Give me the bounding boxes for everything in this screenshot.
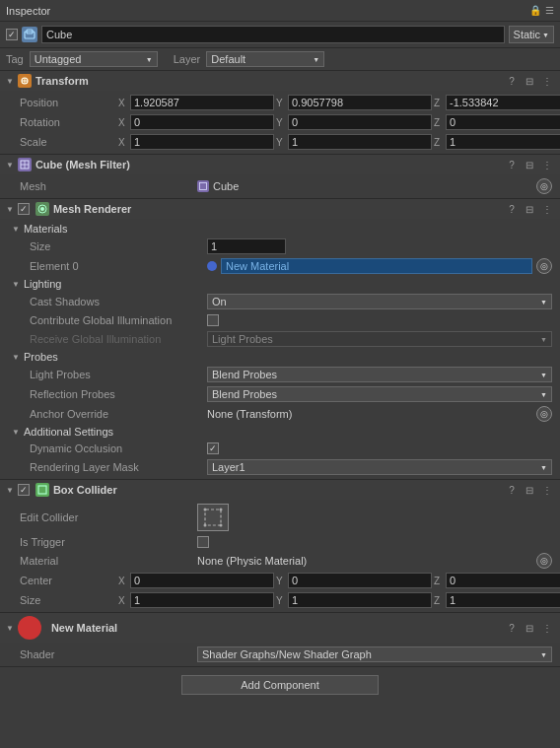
- scale-y-input[interactable]: [288, 134, 432, 150]
- collider-size-x[interactable]: [130, 592, 274, 608]
- cast-shadows-dropdown[interactable]: On ▼: [207, 294, 552, 309]
- menu-icon[interactable]: ☰: [545, 5, 554, 16]
- receive-gi-dropdown[interactable]: Light Probes ▼: [207, 331, 552, 347]
- mesh-renderer-icon: [35, 202, 49, 216]
- box-collider-header[interactable]: ▼ ✓ Box Collider ? ⊟ ⋮: [0, 480, 560, 500]
- contribute-gi-checkbox[interactable]: [207, 314, 219, 326]
- additional-settings-fold[interactable]: ▼ Additional Settings: [0, 424, 560, 440]
- mesh-filter-overflow[interactable]: ⋮: [540, 158, 554, 171]
- mesh-renderer-body: ▼ Materials Size Element 0 New Material …: [0, 219, 560, 479]
- object-icon: [22, 27, 37, 42]
- svg-rect-8: [200, 183, 207, 190]
- mesh-filter-header[interactable]: ▼ Cube (Mesh Filter) ? ⊟ ⋮: [0, 155, 560, 174]
- tag-dropdown-arrow: ▼: [146, 56, 153, 63]
- element0-row: Element 0 New Material ◎: [0, 256, 560, 276]
- position-z-input[interactable]: [446, 95, 560, 110]
- new-material-settings[interactable]: ⊟: [523, 621, 536, 635]
- mesh-renderer-header[interactable]: ▼ ✓ Mesh Renderer ? ⊟ ⋮: [0, 199, 560, 219]
- mesh-label: Mesh: [20, 180, 197, 192]
- position-y-input[interactable]: [288, 95, 432, 110]
- title-bar: Inspector 🔒 ☰: [0, 0, 560, 22]
- size-row: Size: [0, 237, 560, 256]
- contribute-gi-row: Contribute Global Illumination: [0, 311, 560, 329]
- rendering-layer-mask-label: Rendering Layer Mask: [30, 461, 207, 473]
- static-button[interactable]: Static ▼: [509, 26, 554, 43]
- mesh-filter-help[interactable]: ?: [505, 158, 519, 171]
- lighting-section-fold[interactable]: ▼ Lighting: [0, 276, 560, 292]
- mesh-renderer-enabled[interactable]: ✓: [18, 203, 30, 215]
- scale-x-axis: X: [118, 137, 128, 148]
- mesh-select-btn[interactable]: ◎: [536, 178, 552, 194]
- layer-dropdown[interactable]: Default ▼: [206, 51, 324, 67]
- collider-center-z[interactable]: [446, 573, 560, 588]
- collider-material-btn[interactable]: ◎: [536, 553, 552, 569]
- svg-rect-11: [38, 486, 46, 494]
- new-material-help[interactable]: ?: [505, 621, 519, 635]
- transform-body: Position X Y Z: [0, 91, 560, 154]
- is-trigger-checkbox[interactable]: [197, 536, 209, 548]
- box-collider-settings[interactable]: ⊟: [523, 483, 536, 497]
- collider-material-value: None (Physic Material): [197, 555, 532, 567]
- collider-size-label: Size: [20, 594, 118, 606]
- rendering-layer-mask-dropdown[interactable]: Layer1 ▼: [207, 459, 552, 475]
- object-name-input[interactable]: [41, 26, 505, 43]
- light-probes-dropdown[interactable]: Blend Probes ▼: [207, 367, 552, 382]
- rotation-x-input[interactable]: [130, 114, 274, 130]
- box-collider-enabled[interactable]: ✓: [18, 484, 30, 496]
- rotation-y-input[interactable]: [288, 114, 432, 130]
- element0-icon: [207, 261, 217, 271]
- lock-icon[interactable]: 🔒: [529, 5, 541, 16]
- mesh-filter-icon: [18, 158, 32, 171]
- svg-point-14: [220, 509, 223, 511]
- svg-point-15: [204, 524, 207, 527]
- box-collider-help[interactable]: ?: [505, 483, 519, 497]
- box-collider-overflow[interactable]: ⋮: [540, 483, 554, 497]
- element0-value: New Material: [221, 258, 532, 274]
- dynamic-occlusion-checkbox[interactable]: ✓: [207, 442, 219, 454]
- anchor-override-btn[interactable]: ◎: [536, 406, 552, 422]
- transform-help-icon[interactable]: ?: [505, 74, 519, 88]
- materials-section-fold[interactable]: ▼ Materials: [0, 221, 560, 237]
- transform-overflow-icon[interactable]: ⋮: [540, 74, 554, 88]
- edit-collider-button[interactable]: [197, 504, 229, 531]
- element0-select-btn[interactable]: ◎: [536, 258, 552, 274]
- position-x-input[interactable]: [130, 95, 274, 110]
- add-component-button[interactable]: Add Component: [181, 675, 379, 695]
- position-x-axis: X: [118, 98, 128, 108]
- scale-z-input[interactable]: [446, 134, 560, 150]
- mesh-prop-row: Mesh Cube ◎: [0, 176, 560, 196]
- mesh-value-icon: [197, 180, 209, 192]
- reflection-probes-label: Reflection Probes: [30, 388, 207, 400]
- probes-section-fold[interactable]: ▼ Probes: [0, 349, 560, 365]
- position-y-axis: Y: [276, 98, 286, 108]
- dynamic-occlusion-row: Dynamic Occlusion ✓: [0, 440, 560, 457]
- transform-settings-icon[interactable]: ⊟: [523, 74, 536, 88]
- new-material-header[interactable]: ▼ New Material ? ⊟ ⋮: [0, 613, 560, 643]
- collider-size-y[interactable]: [288, 592, 432, 608]
- reflection-probes-dropdown[interactable]: Blend Probes ▼: [207, 386, 552, 402]
- scale-x-input[interactable]: [130, 134, 274, 150]
- box-collider-component: ▼ ✓ Box Collider ? ⊟ ⋮ Edit Collider: [0, 480, 560, 613]
- mesh-renderer-help[interactable]: ?: [505, 202, 519, 216]
- mesh-renderer-settings[interactable]: ⊟: [523, 202, 536, 216]
- svg-point-13: [204, 509, 207, 511]
- mesh-filter-settings[interactable]: ⊟: [523, 158, 536, 171]
- rendering-layer-mask-row: Rendering Layer Mask Layer1 ▼: [0, 457, 560, 477]
- new-material-overflow[interactable]: ⋮: [540, 621, 554, 635]
- collider-size-z[interactable]: [446, 592, 560, 608]
- shader-dropdown[interactable]: Shader Graphs/New Shader Graph ▼: [197, 646, 552, 662]
- tag-dropdown[interactable]: Untagged ▼: [30, 51, 158, 67]
- inspector-body: ✓ Static ▼ Tag Untagged ▼ Layer Default …: [0, 22, 560, 703]
- rotation-z-input[interactable]: [446, 114, 560, 130]
- scale-z-axis: Z: [434, 137, 444, 148]
- tag-label: Tag: [6, 53, 24, 65]
- collider-center-y[interactable]: [288, 573, 432, 588]
- mesh-renderer-overflow[interactable]: ⋮: [540, 202, 554, 216]
- svg-point-16: [220, 524, 223, 527]
- contribute-gi-label: Contribute Global Illumination: [30, 314, 207, 326]
- transform-fold-arrow: ▼: [6, 77, 14, 86]
- size-input[interactable]: [207, 238, 286, 254]
- collider-center-x[interactable]: [130, 573, 274, 588]
- transform-header[interactable]: ▼ Transform ? ⊟ ⋮: [0, 71, 560, 91]
- object-enabled-checkbox[interactable]: ✓: [6, 29, 18, 40]
